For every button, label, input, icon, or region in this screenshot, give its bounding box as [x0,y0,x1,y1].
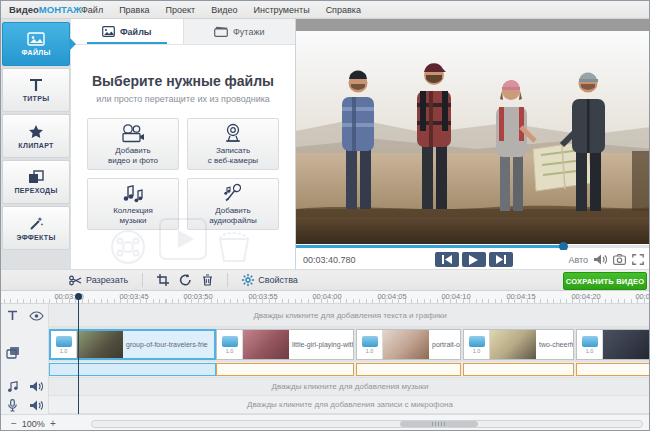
timeline-scrollbar[interactable] [91,420,643,428]
snapshot-icon[interactable] [613,254,626,265]
voice-track-gutter [1,396,49,414]
clip-3-transition[interactable]: 1.0 [357,330,383,359]
delete-button[interactable] [202,274,213,286]
sidebar: ФАЙЛЫ ТИТРЫ КЛИПАРТ ПЕРЕХОДЫ ЭФФЕКТЫ [1,19,71,269]
timeline-ruler[interactable]: 00:03:40 00:03:45 00:03:50 00:03:55 00:0… [1,291,650,304]
gear-icon [242,274,254,286]
transition-icon [582,336,598,347]
menu-project[interactable]: Проект [158,5,204,15]
transition-icon [56,336,72,347]
text-track[interactable]: Дважды кликните для добавления текста и … [49,304,650,327]
clip-4-audio-strip[interactable] [463,363,574,376]
music-track-icon [1,381,25,393]
clip-2-audio-strip[interactable] [216,363,354,376]
timeline-scrollbar-thumb[interactable] [400,421,478,427]
save-video-button[interactable]: СОХРАНИТЬ ВИДЕО [563,272,647,290]
music-notes-icon [121,183,145,203]
panel-subheading: или просто перетащите их из проводника [71,94,295,104]
playhead[interactable] [75,293,82,414]
transitions-icon [28,170,44,184]
crop-button[interactable] [157,274,169,286]
clip-5-thumbnail [603,330,649,359]
menu-bar: ВидеоМОНТАЖ Файл Правка Проект Видео Инс… [1,1,650,19]
clip-3[interactable]: 1.0 portrait-o [356,329,461,360]
properties-button[interactable]: Свойства [242,274,298,286]
sidebar-item-clipart[interactable]: КЛИПАРТ [2,114,70,158]
app-logo: ВидеоМОНТАЖ [1,4,73,15]
playback-controls: 00:03:40.780 Авто [296,250,650,269]
zoom-out-button[interactable]: − [11,418,17,429]
timeline: 00:03:40 00:03:45 00:03:50 00:03:55 00:0… [1,291,650,431]
auto-size-toggle[interactable]: Авто [568,255,588,265]
transition-icon [222,336,238,347]
image-icon [27,32,45,46]
edit-toolbar: Разрезать Свойства СОХРАНИТЬ ВИДЕО [1,269,650,291]
preview-pane: 00:03:40.780 Авто [296,19,650,269]
magic-wand-icon [28,216,44,231]
clip-5-transition[interactable]: 1.0 [577,330,603,359]
preview-video [296,31,650,244]
transition-icon [469,336,485,347]
microphone-icon [221,183,245,203]
voice-track-mute-toggle[interactable] [25,400,49,411]
record-webcam-button[interactable]: Записатьс веб-камеры [187,118,279,170]
clip-4-transition[interactable]: 1.0 [464,330,490,359]
menu-video[interactable]: Видео [203,5,245,15]
tab-files[interactable]: Файлы [71,19,184,44]
scissors-icon [69,275,82,286]
text-track-icon [1,310,25,321]
video-track-gutter [1,327,49,377]
image-icon [102,26,115,37]
clip-2-transition[interactable]: 1.0 [217,330,243,359]
timecode: 00:03:40.780 [303,255,356,265]
menu-file[interactable]: Файл [73,5,111,15]
clip-4[interactable]: 1.0 two-cheerful [463,329,574,360]
sidebar-item-transitions[interactable]: ПЕРЕХОДЫ [2,160,70,204]
transition-icon [362,336,378,347]
timeline-bottom-bar: − 100% + [1,414,650,431]
fullscreen-icon[interactable] [632,254,644,265]
tab-footage[interactable]: Футажи [184,19,296,44]
voice-track[interactable]: Дважды кликните для добавления записи с … [49,396,650,414]
clip-3-thumbnail [383,330,429,359]
video-track-icon [1,346,25,359]
rotate-button[interactable] [179,274,192,286]
webcam-icon [222,123,244,143]
clip-3-audio-strip[interactable] [356,363,461,376]
clip-5-audio-strip[interactable] [576,363,650,376]
text-track-visibility-toggle[interactable] [25,311,49,321]
zoom-in-button[interactable]: + [50,418,56,429]
sidebar-item-effects[interactable]: ЭФФЕКТЫ [2,206,70,250]
volume-icon[interactable] [594,254,607,265]
menu-tools[interactable]: Инструменты [246,5,318,15]
voice-track-icon [1,399,25,412]
music-track-mute-toggle[interactable] [25,381,49,392]
music-track-gutter [1,377,49,396]
menu-help[interactable]: Справка [318,5,369,15]
clip-4-thumbnail [490,330,536,359]
star-icon [28,124,44,139]
panel-heading: Выберите нужные файлы [71,73,295,89]
prev-frame-button[interactable] [435,252,459,267]
sidebar-item-titles[interactable]: ТИТРЫ [2,68,70,112]
text-icon [28,78,44,92]
preview-frame-image [296,31,650,244]
panel-watermark [98,213,268,265]
clip-5[interactable]: 1.0 [576,329,650,360]
clip-1-transition[interactable]: 1.0 [51,331,77,358]
next-frame-button[interactable] [489,252,513,267]
app-window: ВидеоМОНТАЖ Файл Правка Проект Видео Инс… [0,0,650,431]
play-button[interactable] [462,252,486,267]
clapperboard-icon [214,26,228,37]
text-track-gutter [1,304,49,327]
clip-2[interactable]: 1.0 little-girl-playing-with-pupp [216,329,354,360]
movie-camera-icon [120,123,146,143]
zoom-level: 100% [22,419,45,429]
cut-button[interactable]: Разрезать [69,275,128,286]
music-track[interactable]: Дважды кликните для добавления музыки [49,377,650,396]
clip-2-thumbnail [243,330,289,359]
sidebar-item-files[interactable]: ФАЙЛЫ [2,22,70,66]
files-panel: Файлы Футажи Выберите нужные файлы или п… [71,19,296,269]
add-video-photo-button[interactable]: Добавитьвидео и фото [87,118,179,170]
menu-edit[interactable]: Правка [111,5,157,15]
